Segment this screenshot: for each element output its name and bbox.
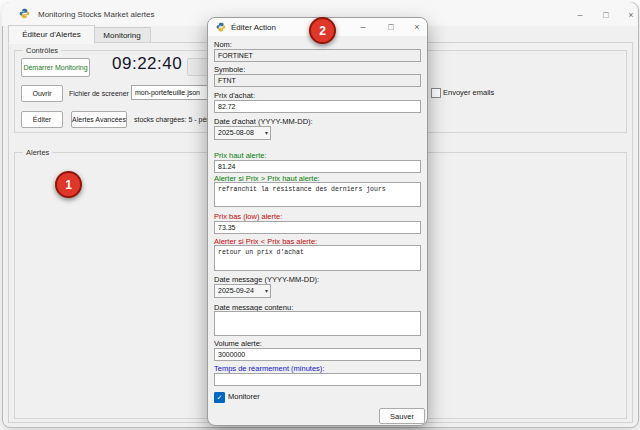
send-emails-checkbox[interactable]	[431, 88, 441, 98]
screener-file-label: Fichier de screener :	[69, 89, 133, 98]
annotation-badge-2: 2	[309, 17, 336, 44]
date-message-combobox[interactable]: 2025-09-24 ▾	[214, 284, 271, 298]
alerte-haut-textarea[interactable]: refranchit la résistance des derniers jo…	[214, 182, 421, 207]
clock-display: 09:22:40	[112, 53, 182, 75]
window-title: Monitoring Stocks Market alertes	[38, 10, 155, 20]
date-achat-combobox[interactable]: 2025-08-08 ▾	[214, 126, 271, 140]
nom-field[interactable]: FORTINET	[214, 49, 421, 62]
date-achat-value: 2025-08-08	[218, 129, 254, 136]
prix-achat-label: Prix d'achat:	[214, 91, 255, 100]
prix-haut-label: Prix haut alerte:	[214, 151, 267, 160]
edit-button[interactable]: Éditer	[21, 111, 63, 128]
dialog-minimize-button[interactable]: –	[356, 20, 370, 34]
screen: Monitoring Stocks Market alertes – □ × É…	[0, 0, 640, 430]
symbole-field[interactable]: FTNT	[214, 74, 421, 87]
advanced-alerts-button[interactable]: Alertes Avancées	[71, 111, 127, 128]
symbole-label: Symbole:	[214, 65, 245, 74]
date-message-contenu-textarea[interactable]	[214, 311, 421, 336]
annotation-badge-1: 1	[55, 171, 82, 198]
chevron-down-icon: ▾	[265, 285, 268, 297]
dialog-maximize-button[interactable]: □	[384, 20, 398, 34]
volume-alerte-label: Volume alerte:	[214, 339, 262, 348]
dialog-title: Éditer Action	[231, 23, 276, 32]
temps-rearmement-input[interactable]	[214, 373, 421, 386]
date-message-value: 2025-09-24	[218, 287, 254, 294]
prix-achat-input[interactable]: 82.72	[214, 100, 421, 113]
maximize-button[interactable]: □	[598, 7, 614, 23]
save-button[interactable]: Sauver	[379, 408, 425, 424]
python-icon	[19, 8, 30, 19]
date-message-label: Date message (YYYY-MM-DD):	[214, 275, 319, 284]
edit-action-dialog: Éditer Action – □ × Nom: FORTINET Symbol…	[207, 17, 428, 426]
prix-bas-input[interactable]: 73.35	[214, 221, 421, 234]
monitorer-checkbox[interactable]: ✓	[214, 392, 225, 403]
close-button[interactable]: ×	[623, 7, 639, 23]
volume-alerte-input[interactable]: 3000000	[214, 348, 421, 361]
alerts-group-label: Alertes	[23, 148, 52, 157]
alerte-bas-textarea[interactable]: retour un prix d'achat	[214, 245, 421, 271]
prix-bas-label: Prix bas (low) alerte:	[214, 212, 282, 221]
python-icon	[216, 22, 226, 32]
prix-haut-input[interactable]: 81.24	[214, 160, 421, 173]
dialog-close-button[interactable]: ×	[410, 20, 424, 34]
monitorer-label: Monitorer	[228, 392, 260, 402]
controls-group-label: Contrôles	[23, 46, 61, 55]
send-emails-label: Envoyer emails	[443, 88, 494, 97]
date-achat-label: Date d'achat (YYYY-MM-DD):	[214, 117, 313, 126]
tab-editeur-alertes[interactable]: Éditeur d'Alertes	[8, 25, 95, 44]
nom-label: Nom:	[214, 40, 232, 49]
temps-rearmement-label: Temps de réarmement (minutes):	[214, 364, 324, 373]
open-button[interactable]: Ouvrir	[21, 85, 63, 102]
chevron-down-icon: ▾	[265, 127, 268, 139]
start-monitoring-button[interactable]: Démarrer Monitoring	[21, 58, 90, 77]
minimize-button[interactable]: –	[572, 7, 588, 23]
